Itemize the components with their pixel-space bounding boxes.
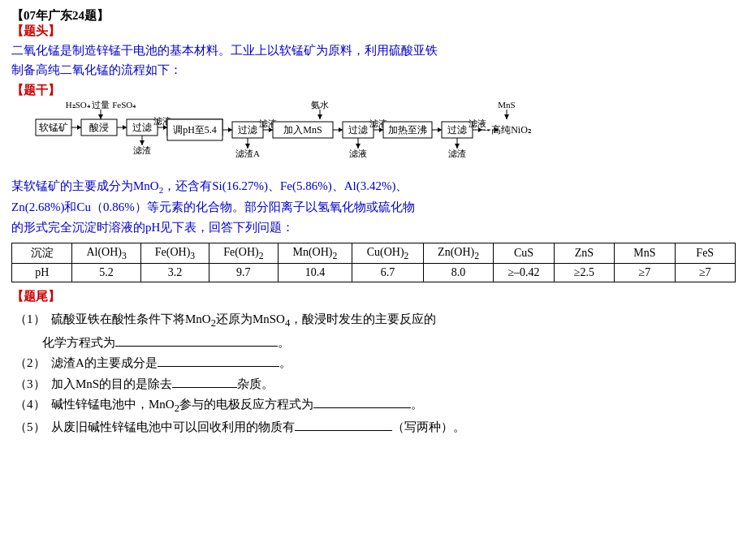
svg-text:酸浸: 酸浸 xyxy=(89,122,109,133)
svg-text:软锰矿: 软锰矿 xyxy=(39,122,68,133)
cell-feoh2-name: Fe(OH)2 xyxy=(209,243,278,264)
cell-aloh3-ph: 5.2 xyxy=(72,264,140,282)
cell-fes-ph: ≥7 xyxy=(675,264,735,282)
svg-text:调pH至5.4: 调pH至5.4 xyxy=(173,124,217,136)
questions-block: （1） 硫酸亚铁在酸性条件下将MnO2还原为MnSO4，酸浸时发生的主要反应的 … xyxy=(11,309,736,438)
flow-diagram: H₂SO₄ 过量 FeSO₄ 氨水 MnS 软锰矿 酸浸 xyxy=(19,100,736,173)
cell-mns-name: MnS xyxy=(615,243,675,264)
svg-marker-12 xyxy=(77,125,81,130)
cell-cus-name: CuS xyxy=(494,243,554,264)
svg-marker-31 xyxy=(228,127,232,132)
cell-mnoh2-ph: 10.4 xyxy=(278,264,352,282)
body-text: 某软锰矿的主要成分为MnO2，还含有Si(16.27%)、Fe(5.86%)、A… xyxy=(11,176,736,238)
svg-text:加热至沸: 加热至沸 xyxy=(388,124,427,136)
svg-text:滤液: 滤液 xyxy=(349,149,367,158)
intro-text: 二氧化锰是制造锌锰干电池的基本材料。工业上以软锰矿为原料，利用硫酸亚铁制备高纯二… xyxy=(11,41,736,80)
svg-marker-55 xyxy=(438,127,442,132)
svg-text:H₂SO₄  过量 FeSO₄: H₂SO₄ 过量 FeSO₄ xyxy=(66,100,137,110)
svg-text:过滤: 过滤 xyxy=(132,122,152,133)
col-ph: pH xyxy=(12,264,72,282)
cell-zns-name: ZnS xyxy=(554,243,614,264)
page-container: 【07年广东24题】 【题头】 二氧化锰是制造锌锰干电池的基本材料。工业上以软锰… xyxy=(11,8,736,438)
col-precipitate: 沉淀 xyxy=(12,243,72,264)
cell-cus-ph: ≥–0.42 xyxy=(494,264,554,282)
cell-fes-name: FeS xyxy=(675,243,735,264)
svg-text:过滤: 过滤 xyxy=(348,124,368,136)
cell-zns-ph: ≥2.5 xyxy=(554,264,614,282)
cell-znoh2-name: Zn(OH)2 xyxy=(423,243,493,264)
cell-aloh3-name: Al(OH)3 xyxy=(72,243,140,264)
svg-text:滤渣: 滤渣 xyxy=(448,149,466,158)
question-3: （3） 加入MnS的目的是除去杂质。 xyxy=(15,374,736,395)
svg-marker-8 xyxy=(504,114,509,119)
svg-marker-6 xyxy=(317,114,322,119)
cell-feoh3-name: Fe(OH)3 xyxy=(140,243,209,264)
svg-text:过滤: 过滤 xyxy=(447,124,467,136)
cell-feoh3-ph: 3.2 xyxy=(140,264,209,282)
cell-feoh2-ph: 9.7 xyxy=(209,264,278,282)
svg-marker-43 xyxy=(339,127,343,132)
question-1: （1） 硫酸亚铁在酸性条件下将MnO2还原为MnSO4，酸浸时发生的主要反应的 … xyxy=(15,309,736,353)
svg-text:→高纯NiO₂: →高纯NiO₂ xyxy=(481,124,532,136)
cell-cuoh2-ph: 6.7 xyxy=(352,264,424,282)
cell-mns-ph: ≥7 xyxy=(615,264,675,282)
svg-text:加入MnS: 加入MnS xyxy=(283,124,322,136)
cell-mnoh2-name: Mn(OH)2 xyxy=(278,243,352,264)
svg-text:滤渣: 滤渣 xyxy=(133,145,151,155)
question-5: （5） 从废旧碱性锌锰电池中可以回收利用的物质有（写两种）。 xyxy=(15,417,736,438)
section-tail-label: 【题尾】 xyxy=(11,289,736,304)
section-head-label: 【题头】 xyxy=(11,24,736,39)
question-4: （4） 碱性锌锰电池中，MnO2参与的电极反应方程式为。 xyxy=(15,394,736,417)
flow-svg: H₂SO₄ 过量 FeSO₄ 氨水 MnS 软锰矿 酸浸 xyxy=(19,100,726,170)
svg-text:氨水: 氨水 xyxy=(311,100,329,110)
svg-marker-16 xyxy=(123,125,127,130)
svg-text:滤渣A: 滤渣A xyxy=(235,149,260,158)
section-stem-label: 【题干】 xyxy=(11,83,736,98)
precipitation-table: 沉淀 Al(OH)3 Fe(OH)3 Fe(OH)2 Mn(OH)2 Cu(OH… xyxy=(11,243,736,283)
cell-cuoh2-name: Cu(OH)2 xyxy=(352,243,424,264)
svg-text:MnS: MnS xyxy=(498,100,515,110)
cell-znoh2-ph: 8.0 xyxy=(423,264,493,282)
question-2: （2） 滤渣A的主要成分是。 xyxy=(15,353,736,374)
svg-text:过滤: 过滤 xyxy=(238,124,257,136)
year-tag: 【07年广东24题】 xyxy=(11,8,736,24)
svg-marker-4 xyxy=(98,114,103,119)
